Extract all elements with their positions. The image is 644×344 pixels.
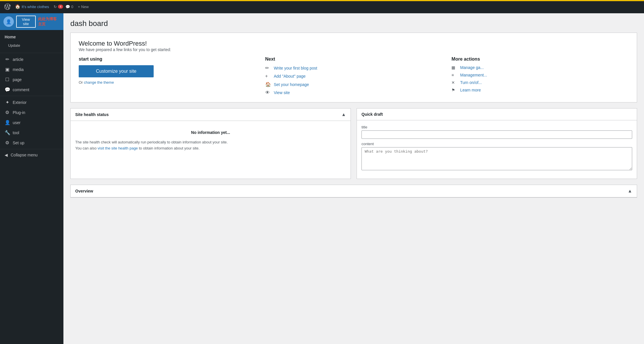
sidebar-item-tool[interactable]: 🔧 tool xyxy=(0,128,63,138)
site-health-body: No information yet... The site health ch… xyxy=(71,121,351,156)
admin-bar-new-button[interactable]: + New xyxy=(78,5,88,9)
sidebar-item-update[interactable]: Update xyxy=(0,42,63,49)
quick-draft-body: title content xyxy=(357,120,637,179)
quick-draft-panel: Quick draft title content xyxy=(357,108,637,179)
exterior-icon: ✦ xyxy=(5,100,10,105)
sidebar-header: 👤 View site 此处为博客主页 xyxy=(0,13,63,30)
management-icon: ≡ xyxy=(451,73,457,77)
quick-draft-header: Quick draft xyxy=(357,109,637,120)
toggle-icon: ✕ xyxy=(451,80,457,85)
media-icon: ▣ xyxy=(5,67,10,72)
overview-toggle[interactable]: ▲ xyxy=(628,188,632,194)
welcome-subtitle: We have prepared a few links for you to … xyxy=(79,47,629,52)
overview-panel: Overview ▲ xyxy=(70,185,637,198)
turn-on-off-link[interactable]: Turn on/of... xyxy=(460,80,482,85)
admin-bar-comments[interactable]: 💬 0 xyxy=(65,5,73,9)
refresh-icon: ↻ xyxy=(54,5,57,9)
tool-icon: 🔧 xyxy=(5,130,10,135)
bottom-panels: Site health status ▲ No information yet.… xyxy=(70,108,637,179)
quick-draft-content-input[interactable] xyxy=(361,147,632,170)
next-item-blog-post: ✏ Write your first blog post xyxy=(265,65,442,71)
view-icon: 👁 xyxy=(265,90,271,95)
site-health-header: Site health status ▲ xyxy=(71,109,351,121)
more-actions-col: More actions ▦ Manage ga... ≡ Management… xyxy=(451,57,629,92)
comment-nav-icon: 💬 xyxy=(5,87,10,92)
manage-ga-link[interactable]: Manage ga... xyxy=(460,65,484,70)
sidebar-divider-3 xyxy=(0,149,63,149)
next-item-view-site: 👁 View site xyxy=(265,90,442,95)
sidebar-item-media[interactable]: ▣ media xyxy=(0,64,63,74)
add-about-page-link[interactable]: Add "About" page xyxy=(274,74,306,78)
yellow-top-bar xyxy=(0,0,644,1)
sidebar-divider-1 xyxy=(0,53,63,53)
sidebar-item-plugin[interactable]: ⚙ Plug-in xyxy=(0,107,63,117)
next-item-about-page: + Add "About" page xyxy=(265,74,442,79)
learn-more-link[interactable]: Learn more xyxy=(460,88,481,92)
collapse-icon: ◀ xyxy=(5,153,8,157)
home-icon: 🏠 xyxy=(15,4,20,9)
sidebar-item-setup[interactable]: ⚙ Set up xyxy=(0,138,63,148)
collapse-menu-button[interactable]: ◀ Collapse menu xyxy=(0,150,63,160)
health-empty-msg: No information yet... xyxy=(75,126,346,139)
sidebar-item-comment[interactable]: 💬 comment xyxy=(0,85,63,95)
change-theme-link[interactable]: change the theme xyxy=(84,80,114,85)
comment-icon: 💬 xyxy=(65,5,70,9)
more-action-manage-ga: ▦ Manage ga... xyxy=(451,65,629,70)
more-action-toggle: ✕ Turn on/of... xyxy=(451,80,629,85)
next-label: Next xyxy=(265,57,442,62)
set-homepage-link[interactable]: Set your homepage xyxy=(274,82,309,87)
sidebar-divider-2 xyxy=(0,96,63,96)
sidebar: 👤 View site 此处为博客主页 Home Update ✏ articl… xyxy=(0,13,63,344)
write-blog-post-link[interactable]: Write your first blog post xyxy=(274,66,317,70)
page-icon: ☐ xyxy=(5,77,10,82)
user-icon: 👤 xyxy=(5,120,10,125)
sidebar-annotation: 此处为博客主页 xyxy=(38,16,60,27)
site-health-title: Site health status xyxy=(75,112,109,117)
next-col: Next ✏ Write your first blog post + Add … xyxy=(265,57,442,95)
view-site-next-link[interactable]: View site xyxy=(274,90,290,95)
quick-draft-title: Quick draft xyxy=(361,112,383,117)
site-health-toggle[interactable]: ▲ xyxy=(341,112,346,117)
sidebar-item-page[interactable]: ☐ page xyxy=(0,74,63,85)
site-health-panel: Site health status ▲ No information yet.… xyxy=(70,108,351,179)
welcome-columns: start using Customize your site Or chang… xyxy=(79,57,629,95)
more-actions-label: More actions xyxy=(451,57,629,62)
admin-bar-site-name[interactable]: 🏠 It's white clothes xyxy=(15,4,49,9)
sidebar-item-article[interactable]: ✏ article xyxy=(0,54,63,64)
homepage-icon: 🏠 xyxy=(265,82,271,87)
management-link[interactable]: Management... xyxy=(460,73,487,77)
quick-draft-title-input[interactable] xyxy=(361,130,632,139)
app-layout: 👤 View site 此处为博客主页 Home Update ✏ articl… xyxy=(0,13,644,344)
admin-bar: 🏠 It's white clothes ↻ 4 💬 0 + New xyxy=(0,0,644,13)
welcome-box: Welcome to WordPress! We have prepared a… xyxy=(70,33,637,102)
sidebar-item-exterior[interactable]: ✦ Exterior xyxy=(0,97,63,107)
visit-health-page-link[interactable]: visit the site health page xyxy=(98,146,138,150)
avatar: 👤 xyxy=(3,16,14,27)
admin-bar-updates[interactable]: ↻ 4 xyxy=(54,5,63,9)
setup-icon: ⚙ xyxy=(5,140,10,145)
sidebar-item-home[interactable]: Home xyxy=(0,32,63,42)
start-using-label: start using xyxy=(79,57,256,62)
more-action-learn-more: ⚑ Learn more xyxy=(451,88,629,92)
health-desc: The site health check will automatically… xyxy=(75,139,346,152)
wp-logo[interactable] xyxy=(2,1,13,12)
article-icon: ✏ xyxy=(5,57,10,62)
learn-more-icon: ⚑ xyxy=(451,88,457,92)
home-section: Home Update xyxy=(0,30,63,52)
manage-ga-icon: ▦ xyxy=(451,65,457,70)
overview-header: Overview ▲ xyxy=(71,185,637,197)
add-icon: + xyxy=(265,74,271,79)
overview-title: Overview xyxy=(75,189,93,193)
title-field-label: title xyxy=(361,125,632,129)
sidebar-item-user[interactable]: 👤 user xyxy=(0,117,63,128)
edit-icon: ✏ xyxy=(265,65,271,71)
or-change: Or change the theme xyxy=(79,80,256,85)
next-items: ✏ Write your first blog post + Add "Abou… xyxy=(265,65,442,95)
page-title: dash board xyxy=(70,19,637,28)
more-action-management: ≡ Management... xyxy=(451,73,629,77)
sidebar-nav: ✏ article ▣ media ☐ page 💬 comment ✦ Ext… xyxy=(0,54,63,148)
main-content: dash board Welcome to WordPress! We have… xyxy=(63,13,644,344)
customize-site-button[interactable]: Customize your site xyxy=(79,65,154,77)
welcome-title: Welcome to WordPress! xyxy=(79,40,629,47)
view-site-button[interactable]: View site xyxy=(16,16,36,28)
